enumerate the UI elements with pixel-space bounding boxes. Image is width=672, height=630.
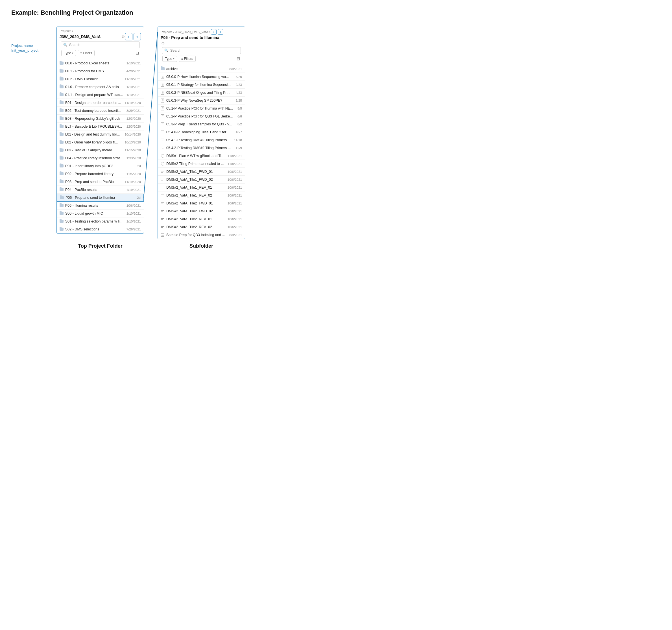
list-item[interactable]: DMS#2_VatA_Tile1_FWD_0210/6/2021 <box>158 176 245 184</box>
folder-icon <box>59 69 64 73</box>
bottom-labels: Top Project Folder Subfolder <box>56 243 661 249</box>
folder-icon <box>59 132 64 137</box>
list-item[interactable]: B01 - Design and order barcodes ...11/19… <box>57 99 144 107</box>
list-item[interactable]: 05.1-P Practice PCR for Illumina with NE… <box>158 104 245 113</box>
folder-icon <box>59 124 64 128</box>
item-name: DMS#2_VatA_Tile1_FWD_02 <box>166 178 225 181</box>
list-item[interactable]: P04 - PacBio results4/19/2021 <box>57 186 144 194</box>
list-item[interactable]: 05.2-P Practice PCR for QB3 FGL Berke...… <box>158 113 245 120</box>
right-type-filter[interactable]: Type ▾ <box>162 56 177 62</box>
list-item[interactable]: 01.0 - Prepare competent ΔΔ cells1/10/20… <box>57 83 144 91</box>
list-item[interactable]: 05.4.1-P Testing DMS#2 Tiling Primers11/… <box>158 136 245 144</box>
item-date: 4/23 <box>236 91 242 94</box>
list-item[interactable]: P02 - Prepare barcoded library11/5/2020 <box>57 170 144 178</box>
left-gear-icon[interactable]: ⚙ <box>121 34 125 39</box>
list-item[interactable]: S00 - Liquid growth MIC1/10/2021 <box>57 210 144 217</box>
item-date: 8/2 <box>237 123 242 126</box>
list-item[interactable]: 05.0.3-P Why NovaSeq SP 250PE?6/25 <box>158 97 245 104</box>
right-settings-icon[interactable]: ⊟ <box>237 56 240 61</box>
folder-icon <box>59 227 64 231</box>
list-item[interactable]: 00.1 - Protocols for DMS4/20/2021 <box>57 67 144 75</box>
item-date: 12/3/2020 <box>126 125 141 128</box>
folder-icon <box>161 67 165 71</box>
item-date: 11/15/2020 <box>124 148 141 152</box>
right-filter-icon: ≡ <box>181 57 183 60</box>
list-item[interactable]: archive8/9/2021 <box>158 65 245 73</box>
list-item[interactable]: DMS#2_VatA_Tile2_FWD_0110/6/2021 <box>158 199 245 207</box>
list-item[interactable]: B03 - Repurposing Gabby's gBlock12/3/202… <box>57 115 144 123</box>
left-panel: Projects / J3W_2020_DMS_VatA ⚙ › + 🔍 <box>56 27 144 234</box>
list-item[interactable]: DMS#2_VatA_Tile1_REV_0110/6/2021 <box>158 184 245 191</box>
item-date: 2/23 <box>236 83 242 87</box>
right-gear-icon[interactable]: ⚙ <box>161 41 165 46</box>
list-item[interactable]: 05.4.2-P Testing DMS#2 Tiling Primers ..… <box>158 144 245 152</box>
list-item[interactable]: P05 - Prep and send to Illumina2d <box>57 194 144 202</box>
right-type-label: Type <box>165 57 172 61</box>
right-filters-button[interactable]: ≡ Filters <box>179 56 196 62</box>
list-item[interactable]: DMS#2_VatA_Tile2_FWD_0210/6/2021 <box>158 207 245 215</box>
list-item[interactable]: DMS#2_VatA_Tile1_FWD_0110/6/2021 <box>158 168 245 176</box>
list-item[interactable]: DMS#1 Plan A WT w gBlock and Til...11/8/… <box>158 152 245 160</box>
list-item[interactable]: S01 - Testing selection params w li...1/… <box>57 217 144 225</box>
list-item[interactable]: DMS#2_VatA_Tile1_REV_0210/6/2021 <box>158 191 245 199</box>
item-date: 10/6/2021 <box>227 217 242 221</box>
item-name: P02 - Prepare barcoded library <box>65 172 124 176</box>
list-item[interactable]: 05.4.0-P Redesigning Tiles 1 and 2 for .… <box>158 128 245 136</box>
item-date: 11/19/2020 <box>124 180 141 184</box>
right-add-button[interactable]: + <box>218 29 223 35</box>
right-search-input[interactable] <box>170 49 238 52</box>
item-name: DMS#2_VatA_Tile2_FWD_02 <box>166 209 225 213</box>
left-settings-icon[interactable]: ⊟ <box>136 51 139 56</box>
list-item[interactable]: 05.0.0-P How Illumina Sequencing wo...4/… <box>158 73 245 81</box>
left-filters-button[interactable]: ≡ Filters <box>78 50 95 56</box>
list-item[interactable]: P03 - Prep and send to PacBio11/19/2020 <box>57 178 144 186</box>
left-add-button[interactable]: + <box>134 33 141 40</box>
item-date: 2d <box>137 196 141 199</box>
left-type-filter[interactable]: Type ▾ <box>61 50 76 56</box>
list-item[interactable]: 00.0 - Protocol Excel sheets1/10/2021 <box>57 59 144 67</box>
item-name: L02 - Order vatA library oligos fr... <box>65 140 122 144</box>
list-item[interactable]: 05.0.1-P Strategy for Illumina Sequenci.… <box>158 81 245 89</box>
list-item[interactable]: BLT - Barcode & Lib TROUBLESH...12/3/202… <box>57 123 144 130</box>
folder-icon <box>59 188 64 192</box>
list-item[interactable]: DMS#2 Tiling Primers annealed to ...11/8… <box>158 160 245 168</box>
list-item[interactable]: DMS#2_VatA_Tile2_REV_0210/6/2021 <box>158 223 245 231</box>
item-name: P01 - Insert library into pGDP3 <box>65 164 135 168</box>
item-date: 12/3/2020 <box>126 156 141 160</box>
list-item[interactable]: P01 - Insert library into pGDP32d <box>57 162 144 170</box>
list-item[interactable]: 00.2 - DMS Plasmids11/18/2021 <box>57 75 144 83</box>
item-date: 1/10/2021 <box>126 85 141 89</box>
list-item[interactable]: L01 - Design and test dummy libr...10/14… <box>57 130 144 138</box>
item-name: L01 - Design and test dummy libr... <box>65 132 122 137</box>
right-nav-button[interactable]: › <box>211 29 217 35</box>
folder-icon <box>59 148 64 152</box>
list-item[interactable]: 05.3-P Prep + send samples for QB3 - V..… <box>158 120 245 128</box>
list-item[interactable]: DMS#2_VatA_Tile2_REV_0110/6/2021 <box>158 215 245 223</box>
left-nav-button[interactable]: › <box>125 33 133 40</box>
list-item[interactable]: P06 - Illumina results10/6/2021 <box>57 202 144 210</box>
left-type-label: Type <box>64 51 71 55</box>
item-name: DMS#2_VatA_Tile1_FWD_01 <box>166 170 225 174</box>
list-item[interactable]: Sample Prep for QB3 Indexing and ...8/9/… <box>158 231 245 239</box>
right-search-box[interactable]: 🔍 <box>162 47 241 54</box>
list-item[interactable]: S02 - DMS selections7/26/2021 <box>57 225 144 233</box>
list-item[interactable]: L02 - Order vatA library oligos fr...10/… <box>57 138 144 146</box>
doc-icon <box>161 114 165 118</box>
list-item[interactable]: L03 - Test PCR amplify library11/15/2020 <box>57 146 144 154</box>
left-search-input[interactable] <box>69 43 137 47</box>
item-name: 05.3-P Prep + send samples for QB3 - V..… <box>166 122 235 126</box>
list-item[interactable]: L04 - Practice library insertion strat12… <box>57 154 144 162</box>
left-search-box[interactable]: 🔍 <box>61 42 140 48</box>
seq-icon <box>161 170 165 174</box>
list-item[interactable]: 05.0.2-P NEBNext Oligos and Tiling Pri..… <box>158 89 245 97</box>
folder-icon <box>60 196 64 200</box>
item-name: 05.2-P Practice PCR for QB3 FGL Berke... <box>166 114 235 118</box>
seq-icon <box>161 178 165 181</box>
list-item[interactable]: B02 - Test dummy barcode inserti...3/29/… <box>57 107 144 115</box>
item-date: 8/9/2021 <box>229 67 242 71</box>
annotation-underline <box>11 54 45 54</box>
main-layout: Project name Init_year_project Projects … <box>11 27 661 239</box>
list-item[interactable]: 01.1 - Design and prepare WT plas...1/10… <box>57 91 144 99</box>
folder-icon <box>59 117 64 121</box>
left-panel-list: 00.0 - Protocol Excel sheets1/10/202100.… <box>57 59 144 233</box>
